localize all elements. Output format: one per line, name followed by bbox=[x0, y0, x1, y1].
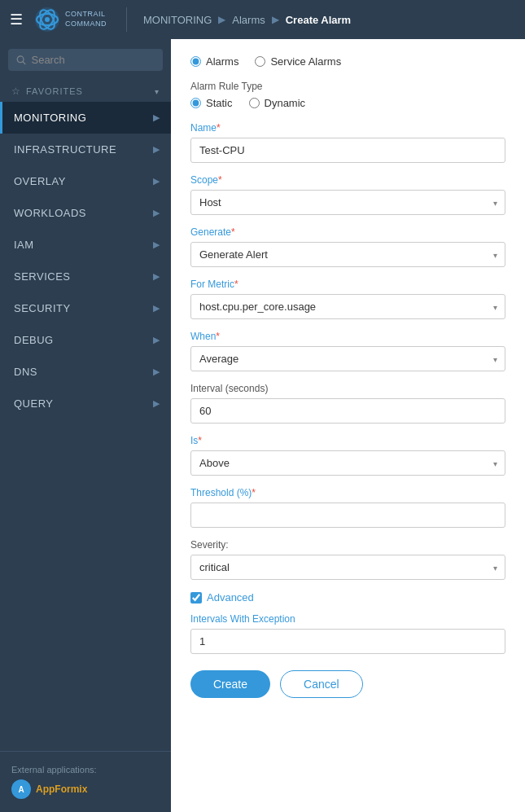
rule-type-static-radio[interactable]: Static bbox=[190, 97, 233, 109]
generate-required: * bbox=[231, 226, 235, 238]
threshold-input[interactable] bbox=[190, 503, 505, 528]
for-metric-label: For Metric* bbox=[190, 279, 505, 290]
sidebar-item-services[interactable]: SERVICES ▶ bbox=[0, 261, 171, 292]
breadcrumb-arrow-1: ▶ bbox=[218, 14, 225, 25]
breadcrumb-monitoring[interactable]: MONITORING bbox=[143, 14, 212, 26]
alarm-type-alarms-radio[interactable]: Alarms bbox=[190, 55, 238, 68]
for-metric-field-group: For Metric* host.cpu.per_core.usage host… bbox=[190, 279, 505, 319]
is-required: * bbox=[198, 435, 202, 446]
cancel-button[interactable]: Cancel bbox=[280, 670, 363, 698]
header-divider bbox=[126, 7, 127, 32]
sidebar-item-query[interactable]: QUERY ▶ bbox=[0, 388, 171, 419]
search-input[interactable] bbox=[31, 54, 155, 66]
generate-label: Generate* bbox=[190, 226, 505, 238]
favorites-label: FAVORITES bbox=[26, 86, 83, 96]
when-select[interactable]: Average Sum Min Max bbox=[190, 346, 505, 371]
advanced-checkbox[interactable] bbox=[190, 592, 202, 604]
sidebar-item-debug-label: DEBUG bbox=[14, 334, 54, 346]
intervals-exception-label: Intervals With Exception bbox=[190, 613, 505, 625]
favorites-star-icon: ☆ bbox=[11, 86, 21, 97]
alarm-type-service-radio[interactable]: Service Alarms bbox=[255, 55, 341, 68]
when-required: * bbox=[216, 331, 220, 342]
sidebar-item-dns-label: DNS bbox=[14, 366, 37, 378]
when-select-wrapper: Average Sum Min Max ▾ bbox=[190, 346, 505, 371]
sidebar-item-overlay-label: OVERLAY bbox=[14, 175, 66, 187]
logo: CONTRAIL COMMAND bbox=[34, 7, 107, 33]
sidebar-item-dns[interactable]: DNS ▶ bbox=[0, 356, 171, 388]
sidebar-item-overlay[interactable]: OVERLAY ▶ bbox=[0, 165, 171, 197]
intervals-exception-input[interactable] bbox=[190, 629, 505, 654]
interval-label: Interval (seconds) bbox=[190, 383, 505, 394]
for-metric-select[interactable]: host.cpu.per_core.usage host.cpu.usage bbox=[190, 294, 505, 319]
sidebar-item-workloads-chevron: ▶ bbox=[153, 208, 160, 218]
sidebar-item-workloads-label: WORKLOADS bbox=[14, 207, 86, 219]
rule-type-static-label: Static bbox=[206, 97, 233, 109]
alarm-rule-type-label: Alarm Rule Type bbox=[190, 81, 505, 92]
sidebar-item-query-chevron: ▶ bbox=[153, 398, 160, 409]
sidebar-item-iam-label: IAM bbox=[14, 239, 34, 251]
scope-required: * bbox=[218, 174, 222, 186]
breadcrumb-arrow-2: ▶ bbox=[272, 14, 279, 25]
threshold-label: Threshold (%)* bbox=[190, 487, 505, 498]
sidebar-item-query-label: QUERY bbox=[14, 397, 54, 410]
advanced-label: Advanced bbox=[207, 591, 254, 604]
sidebar-item-monitoring[interactable]: MONITORING ▶ bbox=[0, 102, 171, 134]
advanced-checkbox-label[interactable]: Advanced bbox=[190, 591, 505, 604]
favorites-chevron-icon: ▾ bbox=[155, 87, 160, 96]
is-field-group: Is* Above Below Equal ▾ bbox=[190, 435, 505, 476]
breadcrumb-create-alarm: Create Alarm bbox=[286, 14, 351, 26]
severity-select[interactable]: critical major minor warning bbox=[190, 555, 505, 580]
sidebar-item-workloads[interactable]: WORKLOADS ▶ bbox=[0, 197, 171, 229]
is-select-wrapper: Above Below Equal ▾ bbox=[190, 450, 505, 476]
sidebar-footer-app: A AppFormix bbox=[11, 779, 160, 799]
generate-field-group: Generate* Generate Alert Raise Alarm ▾ bbox=[190, 226, 505, 267]
content-area: Alarms Service Alarms Alarm Rule Type St… bbox=[171, 39, 525, 812]
scope-select[interactable]: Host Project Global bbox=[190, 190, 505, 215]
appformix-icon: A bbox=[11, 779, 31, 799]
svg-line-6 bbox=[23, 61, 25, 64]
create-button[interactable]: Create bbox=[190, 670, 270, 698]
for-metric-required: * bbox=[234, 279, 238, 290]
rule-type-dynamic-radio[interactable]: Dynamic bbox=[249, 97, 306, 109]
favorites-section[interactable]: ☆ FAVORITES ▾ bbox=[0, 81, 171, 102]
threshold-field-group: Threshold (%)* bbox=[190, 487, 505, 528]
sidebar-item-dns-chevron: ▶ bbox=[153, 366, 160, 377]
rule-type-dynamic-label: Dynamic bbox=[265, 97, 306, 109]
sidebar-item-debug[interactable]: DEBUG ▶ bbox=[0, 324, 171, 356]
scope-field-group: Scope* Host Project Global ▾ bbox=[190, 174, 505, 215]
sidebar-item-overlay-chevron: ▶ bbox=[153, 176, 160, 187]
button-row: Create Cancel bbox=[190, 670, 505, 714]
main-layout: ☆ FAVORITES ▾ MONITORING ▶ INFRASTRUCTUR… bbox=[0, 39, 525, 812]
breadcrumb: MONITORING ▶ Alarms ▶ Create Alarm bbox=[143, 14, 351, 26]
severity-field-group: Severity: critical major minor warning ▾ bbox=[190, 539, 505, 580]
generate-select-wrapper: Generate Alert Raise Alarm ▾ bbox=[190, 242, 505, 267]
scope-label: Scope* bbox=[190, 174, 505, 186]
sidebar-item-infrastructure-chevron: ▶ bbox=[153, 144, 160, 155]
alarm-type-service-label: Service Alarms bbox=[270, 55, 341, 68]
breadcrumb-alarms[interactable]: Alarms bbox=[232, 14, 265, 26]
search-box[interactable] bbox=[8, 49, 163, 71]
sidebar-item-debug-chevron: ▶ bbox=[153, 335, 160, 345]
sidebar-item-infrastructure-label: INFRASTRUCTURE bbox=[14, 143, 116, 156]
severity-select-wrapper: critical major minor warning ▾ bbox=[190, 555, 505, 580]
sidebar-item-security[interactable]: SECURITY ▶ bbox=[0, 292, 171, 324]
scope-select-wrapper: Host Project Global ▾ bbox=[190, 190, 505, 215]
name-input[interactable] bbox=[190, 138, 505, 163]
sidebar-item-monitoring-chevron: ▶ bbox=[153, 112, 160, 123]
interval-input[interactable] bbox=[190, 398, 505, 424]
logo-text: CONTRAIL COMMAND bbox=[65, 10, 107, 29]
svg-point-4 bbox=[45, 17, 50, 22]
search-icon bbox=[16, 55, 26, 66]
logo-icon bbox=[34, 7, 60, 33]
intervals-exception-field-group: Intervals With Exception bbox=[190, 613, 505, 654]
sidebar-item-infrastructure[interactable]: INFRASTRUCTURE ▶ bbox=[0, 134, 171, 165]
is-select[interactable]: Above Below Equal bbox=[190, 450, 505, 476]
sidebar-item-security-chevron: ▶ bbox=[153, 303, 160, 314]
sidebar-item-monitoring-label: MONITORING bbox=[14, 112, 86, 124]
name-label: Name* bbox=[190, 122, 505, 134]
menu-icon[interactable]: ☰ bbox=[10, 11, 23, 29]
alarm-rule-type-section: Alarm Rule Type Static Dynamic bbox=[190, 81, 505, 109]
appformix-logo[interactable]: A AppFormix bbox=[11, 779, 87, 799]
generate-select[interactable]: Generate Alert Raise Alarm bbox=[190, 242, 505, 267]
sidebar-item-iam[interactable]: IAM ▶ bbox=[0, 229, 171, 261]
